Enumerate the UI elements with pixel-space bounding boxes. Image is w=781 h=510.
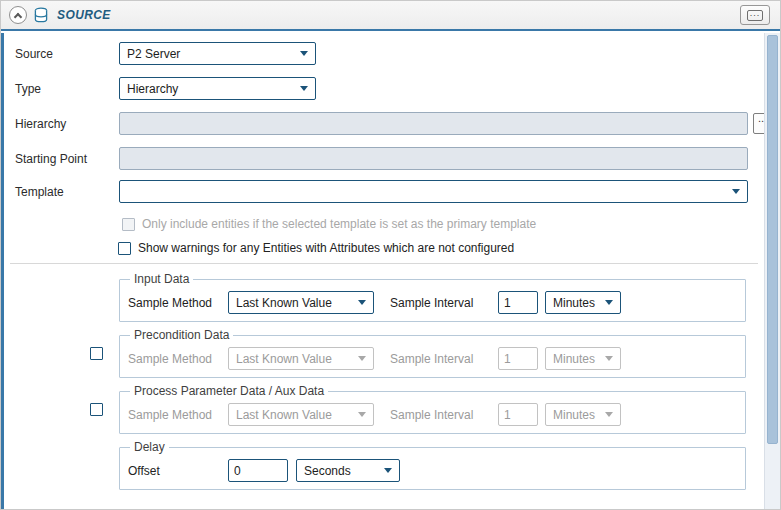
source-label: Source xyxy=(15,47,119,61)
precondition-sample-method-dropdown: Last Known Value xyxy=(228,347,374,370)
sample-method-value: Last Known Value xyxy=(236,296,332,310)
primary-template-checkbox-row: Only include entities if the selected te… xyxy=(122,217,748,231)
interval-unit-value: Minutes xyxy=(553,296,595,310)
show-warnings-checkbox-row: Show warnings for any Entities with Attr… xyxy=(118,241,748,255)
template-label: Template xyxy=(15,185,119,199)
template-dropdown[interactable] xyxy=(119,180,748,203)
process-parameter-legend: Process Parameter Data / Aux Data xyxy=(130,384,328,398)
scrollbar-thumb[interactable] xyxy=(767,35,778,444)
input-data-group: Input Data Sample Method Last Known Valu… xyxy=(119,272,746,322)
precondition-sample-interval-field xyxy=(498,347,538,370)
options-button[interactable]: ... xyxy=(740,5,770,25)
hierarchy-label: Hierarchy xyxy=(15,117,119,131)
process-parameter-section: Process Parameter Data / Aux Data Sample… xyxy=(15,384,748,434)
offset-field[interactable] xyxy=(228,459,288,482)
input-data-legend: Input Data xyxy=(130,272,193,286)
source-row: Source P2 Server xyxy=(15,42,748,65)
sample-method-label: Sample Method xyxy=(128,408,228,422)
source-panel: SOURCE ... Source P2 Server Type Hierarc… xyxy=(0,0,781,510)
precondition-data-row: Sample Method Last Known Value Sample In… xyxy=(128,347,737,370)
hierarchy-browse-button[interactable]: ... xyxy=(753,113,764,134)
delay-group: Delay Offset Seconds xyxy=(119,440,746,490)
sample-method-value: Last Known Value xyxy=(236,352,332,366)
offset-label: Offset xyxy=(128,464,228,478)
interval-unit-value: Minutes xyxy=(553,408,595,422)
source-form: Source P2 Server Type Hierarchy Hierarch… xyxy=(1,33,764,509)
input-data-row: Sample Method Last Known Value Sample In… xyxy=(128,291,737,314)
sample-interval-label: Sample Interval xyxy=(390,352,482,366)
sample-method-label: Sample Method xyxy=(128,296,228,310)
process-sample-interval-unit-dropdown: Minutes xyxy=(545,403,621,426)
precondition-data-legend: Precondition Data xyxy=(130,328,233,342)
delay-legend: Delay xyxy=(130,440,169,454)
type-row: Type Hierarchy xyxy=(15,77,748,100)
input-sample-interval-unit-dropdown[interactable]: Minutes xyxy=(545,291,621,314)
offset-unit-dropdown[interactable]: Seconds xyxy=(296,459,400,482)
offset-unit-value: Seconds xyxy=(304,464,351,478)
source-panel-header: SOURCE ... xyxy=(1,1,780,31)
primary-template-checkbox xyxy=(122,218,135,231)
chevron-down-icon xyxy=(605,356,613,361)
chevron-down-icon xyxy=(358,356,366,361)
chevron-down-icon xyxy=(358,300,366,305)
panel-title: SOURCE xyxy=(57,8,111,22)
process-parameter-row: Sample Method Last Known Value Sample In… xyxy=(128,403,737,426)
type-label: Type xyxy=(15,82,119,96)
chevron-down-icon xyxy=(358,412,366,417)
process-sample-method-dropdown: Last Known Value xyxy=(228,403,374,426)
sample-method-label: Sample Method xyxy=(128,352,228,366)
chevron-up-icon xyxy=(14,12,22,20)
collapse-button[interactable] xyxy=(9,6,27,24)
type-dropdown[interactable]: Hierarchy xyxy=(119,77,316,100)
interval-unit-value: Minutes xyxy=(553,352,595,366)
database-source-icon xyxy=(34,7,50,24)
chevron-down-icon xyxy=(300,86,308,91)
delay-row: Offset Seconds xyxy=(128,459,737,482)
precondition-data-group: Precondition Data Sample Method Last Kno… xyxy=(119,328,746,378)
source-dropdown[interactable]: P2 Server xyxy=(119,42,316,65)
hierarchy-row: Hierarchy ... xyxy=(15,112,764,135)
chevron-down-icon xyxy=(300,51,308,56)
precondition-enable-checkbox[interactable] xyxy=(90,347,103,360)
process-sample-interval-field xyxy=(498,403,538,426)
show-warnings-checkbox[interactable] xyxy=(118,242,131,255)
section-divider xyxy=(10,263,758,264)
vertical-scrollbar[interactable] xyxy=(764,33,780,509)
process-parameter-group: Process Parameter Data / Aux Data Sample… xyxy=(119,384,746,434)
starting-point-row: Starting Point xyxy=(15,147,748,170)
precondition-sample-interval-unit-dropdown: Minutes xyxy=(545,347,621,370)
chevron-down-icon xyxy=(605,412,613,417)
hierarchy-field xyxy=(119,112,748,135)
chevron-down-icon xyxy=(605,300,613,305)
type-dropdown-value: Hierarchy xyxy=(127,82,178,96)
starting-point-label: Starting Point xyxy=(15,152,119,166)
chevron-down-icon xyxy=(384,468,392,473)
primary-template-checkbox-label: Only include entities if the selected te… xyxy=(142,217,536,231)
input-sample-method-dropdown[interactable]: Last Known Value xyxy=(228,291,374,314)
process-parameter-enable-checkbox[interactable] xyxy=(90,403,103,416)
input-sample-interval-field[interactable] xyxy=(498,291,538,314)
precondition-data-section: Precondition Data Sample Method Last Kno… xyxy=(15,328,748,378)
sample-method-value: Last Known Value xyxy=(236,408,332,422)
sample-interval-label: Sample Interval xyxy=(390,408,482,422)
source-dropdown-value: P2 Server xyxy=(127,47,180,61)
show-warnings-checkbox-label: Show warnings for any Entities with Attr… xyxy=(138,241,514,255)
ellipsis-bubble-icon: ... xyxy=(747,10,763,21)
template-row: Template xyxy=(15,180,748,203)
chevron-down-icon xyxy=(732,189,740,194)
starting-point-field xyxy=(119,147,748,170)
sample-interval-label: Sample Interval xyxy=(390,296,482,310)
